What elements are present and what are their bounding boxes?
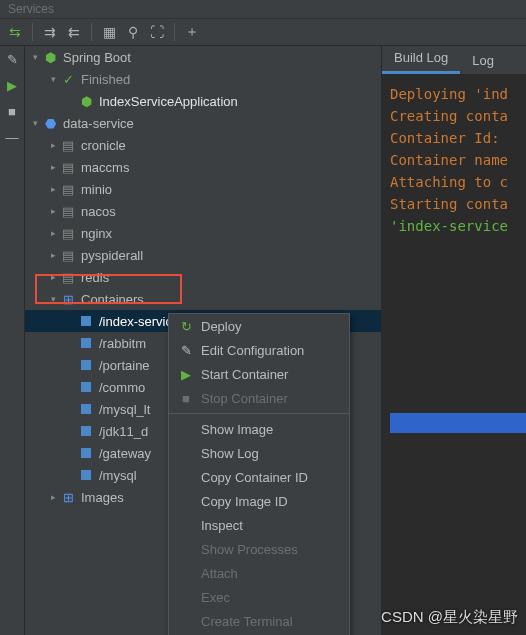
menu-edit-label: Edit Configuration bbox=[201, 343, 304, 358]
menu-inspect-label: Inspect bbox=[201, 518, 243, 533]
expand-icon[interactable]: ⇉ bbox=[39, 21, 61, 43]
tree-label: maccms bbox=[81, 160, 129, 175]
tree-label: data-service bbox=[63, 116, 134, 131]
tree-icon: ✓ bbox=[59, 72, 77, 87]
stop-icon: ■ bbox=[179, 391, 193, 406]
tree-icon: ⬢ bbox=[41, 50, 59, 65]
menu-show-image[interactable]: Show Image bbox=[169, 417, 349, 441]
tree-node[interactable]: ▾⬣data-service bbox=[25, 112, 381, 134]
menu-copy-cid[interactable]: Copy Container ID bbox=[169, 465, 349, 489]
group-icon[interactable]: ⛶ bbox=[146, 21, 168, 43]
tree-icon bbox=[77, 360, 95, 370]
tree-node[interactable]: ▸▤redis bbox=[25, 266, 381, 288]
tabs: Build Log Log bbox=[382, 46, 526, 75]
panel-title: Services bbox=[0, 0, 526, 19]
add-icon[interactable]: ＋ bbox=[181, 21, 203, 43]
expand-arrow-icon[interactable]: ▸ bbox=[47, 272, 59, 282]
tree-label: minio bbox=[81, 182, 112, 197]
stop-icon[interactable]: ■ bbox=[3, 102, 21, 120]
menu-inspect[interactable]: Inspect bbox=[169, 513, 349, 537]
tab-log[interactable]: Log bbox=[460, 47, 506, 74]
run-icon[interactable]: ⇆ bbox=[4, 21, 26, 43]
tree-node[interactable]: ▸▤cronicle bbox=[25, 134, 381, 156]
expand-arrow-icon[interactable]: ▸ bbox=[47, 228, 59, 238]
tree-node[interactable]: ▾✓Finished bbox=[25, 68, 381, 90]
tree-label: pyspiderall bbox=[81, 248, 143, 263]
tab-build-log[interactable]: Build Log bbox=[382, 44, 460, 74]
tree-icon: ▤ bbox=[59, 160, 77, 175]
edit-icon[interactable]: ✎ bbox=[3, 50, 21, 68]
expand-arrow-icon[interactable]: ▾ bbox=[47, 74, 59, 84]
menu-show-image-label: Show Image bbox=[201, 422, 273, 437]
tree-icon bbox=[77, 382, 95, 392]
expand-arrow-icon[interactable]: ▾ bbox=[29, 118, 41, 128]
expand-arrow-icon[interactable]: ▾ bbox=[29, 52, 41, 62]
menu-show-log[interactable]: Show Log bbox=[169, 441, 349, 465]
menu-attach: Attach bbox=[169, 561, 349, 585]
tree-icon bbox=[77, 338, 95, 348]
grid-icon[interactable]: ▦ bbox=[98, 21, 120, 43]
tree-node[interactable]: ▸▤maccms bbox=[25, 156, 381, 178]
right-panel: Build Log Log Deploying 'indCreating con… bbox=[382, 46, 526, 635]
tree-node[interactable]: ▸▤nginx bbox=[25, 222, 381, 244]
tree-label: nginx bbox=[81, 226, 112, 241]
minus-icon[interactable]: — bbox=[3, 128, 21, 146]
menu-deploy[interactable]: ↻Deploy bbox=[169, 314, 349, 338]
edit-icon: ✎ bbox=[179, 343, 193, 358]
tree-label: /rabbitm bbox=[99, 336, 146, 351]
menu-create-terminal: Create Terminal bbox=[169, 609, 349, 633]
menu-start-label: Start Container bbox=[201, 367, 288, 382]
tree-icon bbox=[77, 448, 95, 458]
tree-node[interactable]: ▸▤nacos bbox=[25, 200, 381, 222]
menu-copy-iid-label: Copy Image ID bbox=[201, 494, 288, 509]
tree-icon: ⬢ bbox=[77, 94, 95, 109]
tree-icon: ⊞ bbox=[59, 490, 77, 505]
menu-procs-label: Show Processes bbox=[201, 542, 298, 557]
tree-label: Spring Boot bbox=[63, 50, 131, 65]
expand-arrow-icon[interactable]: ▸ bbox=[47, 206, 59, 216]
expand-arrow-icon[interactable]: ▸ bbox=[47, 184, 59, 194]
collapse-icon[interactable]: ⇇ bbox=[63, 21, 85, 43]
expand-arrow-icon[interactable]: ▸ bbox=[47, 140, 59, 150]
tree-node[interactable]: ▾⊞Containers bbox=[25, 288, 381, 310]
tree-node[interactable]: ▾⬢Spring Boot bbox=[25, 46, 381, 68]
menu-show-log-label: Show Log bbox=[201, 446, 259, 461]
menu-exec-label: Exec bbox=[201, 590, 230, 605]
filter-icon[interactable]: ⚲ bbox=[122, 21, 144, 43]
menu-copy-iid[interactable]: Copy Image ID bbox=[169, 489, 349, 513]
menu-edit-config[interactable]: ✎Edit Configuration bbox=[169, 338, 349, 362]
tree-node[interactable]: ▸▤pyspiderall bbox=[25, 244, 381, 266]
tree-icon bbox=[77, 404, 95, 414]
gutter: ✎ ▶ ■ — bbox=[0, 46, 25, 635]
play-icon: ▶ bbox=[179, 367, 193, 382]
tree-label: Images bbox=[81, 490, 124, 505]
tree-label: nacos bbox=[81, 204, 116, 219]
menu-stop-container: ■Stop Container bbox=[169, 386, 349, 410]
menu-exec: Exec bbox=[169, 585, 349, 609]
deploy-icon: ↻ bbox=[179, 319, 193, 334]
expand-arrow-icon[interactable]: ▸ bbox=[47, 162, 59, 172]
tree-label: /commo bbox=[99, 380, 145, 395]
selection-highlight bbox=[390, 413, 526, 433]
tree-icon: ▤ bbox=[59, 204, 77, 219]
tree-node[interactable]: ⬢IndexServiceApplication bbox=[25, 90, 381, 112]
play-icon[interactable]: ▶ bbox=[3, 76, 21, 94]
menu-deploy-label: Deploy bbox=[201, 319, 241, 334]
tree-label: /mysql_lt bbox=[99, 402, 150, 417]
tree-icon: ▤ bbox=[59, 270, 77, 285]
expand-arrow-icon[interactable]: ▸ bbox=[47, 250, 59, 260]
tree-label: Finished bbox=[81, 72, 130, 87]
menu-terminal-label: Create Terminal bbox=[201, 614, 293, 629]
tree-label: Containers bbox=[81, 292, 144, 307]
menu-start-container[interactable]: ▶Start Container bbox=[169, 362, 349, 386]
expand-arrow-icon[interactable]: ▾ bbox=[47, 294, 59, 304]
expand-arrow-icon[interactable]: ▸ bbox=[47, 492, 59, 502]
tree-icon: ▤ bbox=[59, 226, 77, 241]
tree-icon bbox=[77, 316, 95, 326]
tree-icon bbox=[77, 426, 95, 436]
menu-stop-label: Stop Container bbox=[201, 391, 288, 406]
tree-node[interactable]: ▸▤minio bbox=[25, 178, 381, 200]
tree-label: /jdk11_d bbox=[99, 424, 148, 439]
console-line: Attaching to c bbox=[390, 171, 518, 193]
console-line: Starting conta bbox=[390, 193, 518, 215]
